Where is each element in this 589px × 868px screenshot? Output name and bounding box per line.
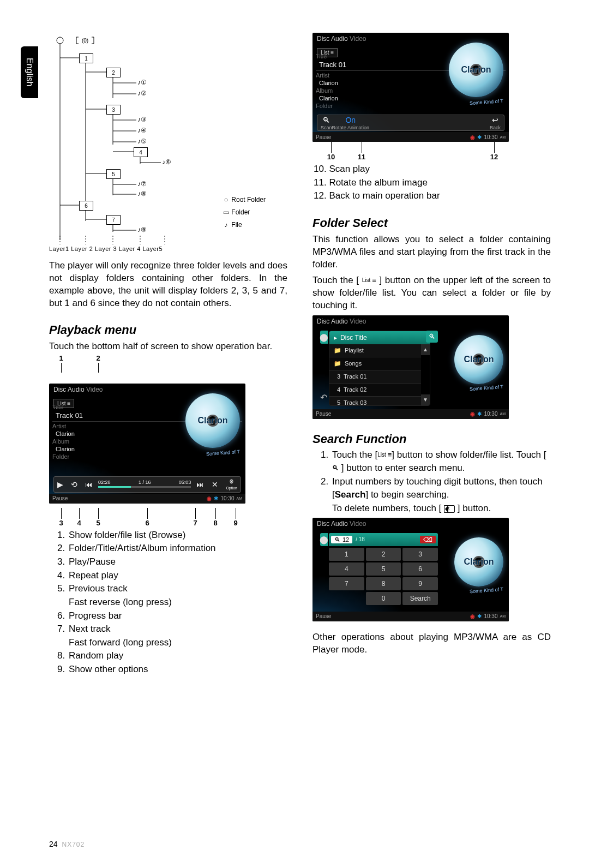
key-search[interactable]: Search (402, 592, 438, 605)
language-tab: English (21, 46, 38, 98)
folder-select-heading: Folder Select (312, 216, 551, 230)
progress-bar[interactable]: 02:28 1 / 16 05:03 (98, 480, 191, 489)
left-column: ( 0 ) 1 2 3 4 5 6 7 ♪① ♪② ♪③ ♪④ ♪⑤ ♪⑥ ♪⑦… (49, 33, 287, 679)
key-6[interactable]: 6 (402, 562, 438, 576)
layer-labels: Layer1 Layer 2 Layer 3 Layer 4 Layer5 (49, 246, 163, 252)
key-3[interactable]: 3 (402, 548, 438, 561)
list-item[interactable]: 4Track 02 (329, 384, 430, 397)
folder-select-body2: Touch the [ List ] button on the upper l… (312, 274, 551, 312)
playback-heading: Playback menu (49, 323, 287, 337)
search-footer: Other operations about playing MP3/WMA a… (312, 631, 551, 656)
list-button[interactable]: List ≡ (317, 48, 338, 57)
delete-icon (444, 505, 455, 513)
key-2[interactable]: 2 (366, 548, 401, 561)
delete-button[interactable]: ⌫ (420, 536, 436, 543)
scan-button[interactable]: 🔍︎Scan (321, 116, 332, 130)
tree-legend: ○Root Folder ▭Folder ♪File (220, 194, 266, 231)
key-7[interactable]: 7 (329, 577, 364, 590)
list-item[interactable]: 📁Playlist (329, 344, 430, 357)
keypad[interactable]: 1 2 3 4 5 6 7 8 9 0 Search (329, 548, 438, 605)
search-screenshot: Disc Audio Video ⬤ 🔍︎ 12 / 18 ⌫ 1 2 3 4 (312, 518, 509, 621)
search-field[interactable]: 🔍︎ 12 (331, 536, 352, 543)
right-column: Disc Audio Video List ≡ Title Track 01 A… (312, 33, 551, 679)
list-item[interactable]: 5Track 03 (329, 397, 430, 406)
list-item[interactable]: 📁Songs (329, 357, 430, 370)
repeat-icon[interactable]: ⟲ (71, 480, 77, 489)
scan-bar[interactable]: 🔍︎Scan OnRotate Animation ↩Back (317, 115, 504, 131)
list-icon: List (362, 276, 376, 285)
prev-icon[interactable]: ⏮ (85, 480, 93, 489)
manual-page: English (0, 0, 589, 868)
play-icon[interactable]: ▶ (57, 480, 63, 489)
shuffle-icon[interactable]: ✕ (212, 480, 218, 489)
playback-screenshot: Disc Audio Video List ≡ Title Track 01 A… (49, 384, 245, 504)
folder-select-body1: This function allows you to select a fol… (312, 234, 551, 271)
scroll-down-icon[interactable]: ▼ (421, 394, 430, 405)
back-icon[interactable]: ↶ (320, 392, 327, 403)
search-steps: Touch the [List ] button to show folder/… (312, 448, 551, 516)
operation-bar[interactable]: ▶ ⟲ ⏮ 02:28 1 / 16 05:03 ⏭ (53, 476, 241, 493)
list-icon: List (377, 450, 392, 460)
key-9[interactable]: 9 (402, 577, 438, 590)
folder-tree-diagram: ( 0 ) 1 2 3 4 5 6 7 ♪① ♪② ♪③ ♪④ ♪⑤ ♪⑥ ♪⑦… (49, 33, 287, 256)
scan-screenshot: Disc Audio Video List ≡ Title Track 01 A… (312, 33, 509, 142)
key-0[interactable]: 0 (366, 592, 401, 605)
scroll-up-icon[interactable]: ▲ (421, 344, 430, 355)
key-8[interactable]: 8 (366, 577, 401, 590)
back-button[interactable]: ↩Back (490, 116, 501, 130)
option-icon[interactable]: ⚙Option (226, 478, 237, 490)
key-1[interactable]: 1 (329, 548, 364, 561)
search-icon (332, 464, 339, 473)
key-5[interactable]: 5 (366, 562, 401, 576)
tree-explanation: The player will only recognize three fol… (49, 260, 287, 310)
playback-body: Touch the bottom half of screen to show … (49, 340, 287, 353)
playback-callout-list: Show folder/file list (Browse) Folder/Ti… (49, 529, 287, 677)
list-button[interactable]: List ≡ (53, 399, 74, 408)
rotate-button[interactable]: OnRotate Animation (332, 116, 370, 130)
search-heading: Search Function (312, 432, 551, 446)
search-icon[interactable]: 🔍︎ (426, 331, 438, 343)
disc-title-header[interactable]: ▸Disc Title (329, 331, 430, 344)
key-4[interactable]: 4 (329, 562, 364, 576)
next-icon[interactable]: ⏭ (196, 480, 204, 489)
scan-callout-list: Scan play Rotate the album image Back to… (312, 163, 551, 203)
list-item[interactable]: 3Track 01 (329, 370, 430, 384)
svg-point-0 (57, 37, 63, 44)
page-footer: 24 NX702 (49, 840, 85, 848)
folder-select-screenshot: Disc Audio Video ⬤ ▸Disc Title 📁Playlist… (312, 315, 509, 419)
